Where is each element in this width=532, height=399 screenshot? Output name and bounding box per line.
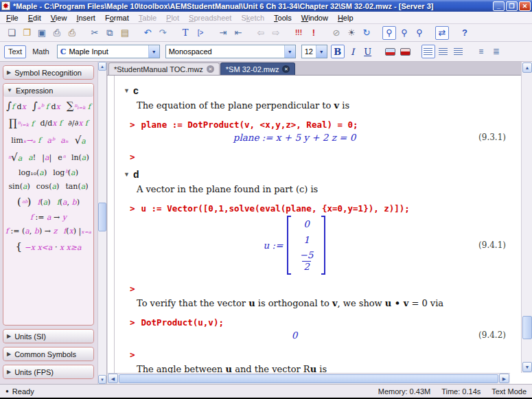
palette-item[interactable]: (ᵃᵇ) [17, 196, 31, 208]
palette-item[interactable]: logᵇ(a) [53, 168, 78, 177]
execute-icon[interactable]: ! [307, 26, 321, 40]
palette-item[interactable]: a! [28, 153, 36, 162]
zoom-out-icon[interactable]: ⚲ [382, 26, 396, 40]
interrupt-icon[interactable]: ⊘ [329, 26, 343, 40]
vscroll-thumb[interactable] [522, 316, 532, 339]
outdent-icon[interactable]: ⇤ [231, 26, 245, 40]
palette-item[interactable]: ln(a) [71, 153, 89, 162]
sidebar-scrollbar[interactable]: ▲ ▼ [97, 62, 106, 384]
palette-item[interactable]: sin(a) [8, 182, 30, 191]
palette-item[interactable]: f(x) |ₓ₌ₐ [63, 227, 91, 236]
print-preview-icon[interactable]: ⎙ [65, 26, 79, 40]
help-search-icon[interactable]: ? [458, 26, 472, 40]
undo-icon[interactable]: ↶ [141, 26, 154, 40]
scroll-down-icon[interactable]: ▼ [98, 375, 106, 384]
bold-button[interactable]: B [331, 45, 345, 58]
section-collapse-icon[interactable]: ▼ [124, 87, 130, 94]
input-code[interactable]: DotProduct(u,v); [141, 317, 224, 328]
menu-format[interactable]: Format [100, 12, 134, 23]
italic-button[interactable]: I [346, 45, 360, 58]
tab-close-icon[interactable]: ✕ [207, 65, 214, 73]
menu-insert[interactable]: Insert [71, 12, 100, 23]
sidebar-scroll-thumb[interactable] [98, 203, 106, 231]
insert-text-icon[interactable]: T [178, 26, 192, 40]
paragraph[interactable]: The angle between u and the vector Ru is [137, 364, 510, 373]
insert-maple-input-icon[interactable]: [> [194, 26, 207, 40]
underline-button[interactable]: U [361, 45, 375, 58]
palette-item[interactable]: log₁₀(a) [19, 168, 47, 177]
redo-icon[interactable]: ↷ [156, 26, 170, 40]
palette-header[interactable]: ▶Symbol Recognition [3, 66, 93, 79]
bullet-list-button[interactable]: ≡ [474, 45, 488, 58]
paragraph[interactable]: A vector in the plane found in part (c) … [137, 184, 510, 194]
horizontal-scrollbar[interactable]: ◀ ▶ [107, 373, 510, 384]
palette-item[interactable]: cos(a) [36, 182, 60, 191]
paragraph[interactable]: To verify that the vector u is orthogona… [137, 298, 510, 308]
toggle-markers-icon[interactable]: ⇄ [435, 26, 449, 40]
maple-input[interactable]: >DotProduct(u,v); [130, 317, 510, 328]
palette-item[interactable]: f(a, b) [57, 198, 80, 207]
save-icon[interactable]: ▣ [35, 26, 49, 40]
menu-view[interactable]: View [46, 12, 72, 23]
copy-icon[interactable]: ⧉ [103, 26, 117, 40]
menu-window[interactable]: Window [297, 12, 333, 23]
print-icon[interactable]: ⎙ [50, 26, 64, 40]
font-color-button[interactable] [384, 45, 397, 58]
tab-sm-32-02[interactable]: *SM 32-02.mwz✕ [220, 62, 296, 75]
align-right-button[interactable] [452, 45, 465, 58]
palette-item[interactable]: ∫f dx [6, 100, 26, 112]
palette-item[interactable]: aₙ [60, 136, 68, 145]
cut-icon[interactable]: ✂ [88, 26, 102, 40]
palette-item[interactable]: ⁿ√a [8, 151, 22, 163]
menu-file[interactable]: File [1, 12, 23, 23]
paragraph[interactable]: The equation of the plane perpendicular … [137, 100, 510, 111]
palette-header[interactable]: ▶Units (SI) [3, 330, 93, 343]
maple-input[interactable]: >u := Vector([0,1,solve(eval(plane, {x=0… [130, 203, 510, 214]
input-code[interactable]: plane := DotProduct(v, <x,y,z>, Real) = … [141, 119, 358, 130]
font-family-select[interactable]: Monospaced ▼ [165, 45, 296, 58]
palette-item[interactable]: √a [75, 134, 86, 146]
palette-item[interactable]: ∫ₐᵇ f dx [32, 100, 60, 112]
highlight-color-button[interactable] [399, 45, 413, 58]
zoom-default-icon[interactable]: ⚲ [397, 26, 411, 40]
indent-icon[interactable]: ⇥ [216, 26, 230, 40]
text-mode-button[interactable]: Text [4, 45, 26, 58]
palette-item[interactable]: aᵇ [47, 136, 54, 145]
chevron-down-icon[interactable]: ▼ [284, 45, 295, 58]
palette-item[interactable]: ∂/∂x f [68, 119, 88, 128]
zoom-in-icon[interactable]: ⚲ [413, 26, 426, 40]
tab-studentmanual-toc[interactable]: *StudentManual TOC.mwz✕ [108, 62, 220, 75]
paragraph-style-select[interactable]: CMaple Input ▼ [57, 45, 160, 58]
palette-item[interactable]: tan(a) [65, 182, 88, 191]
palette-item[interactable]: d/dx f [40, 119, 62, 128]
palette-item[interactable]: eᵃ [58, 153, 65, 162]
palette-item[interactable]: { −x x<a · x x≥a [15, 240, 81, 253]
worksheet[interactable]: ▼cThe equation of the plane perpendicula… [107, 76, 510, 373]
palette-header[interactable]: ▶Units (FPS) [3, 365, 93, 378]
palette-item[interactable]: f := a → y [30, 213, 67, 222]
vertical-scrollbar[interactable]: ▲ ▼ [521, 62, 532, 373]
palette-item[interactable]: f(a) [37, 198, 50, 207]
palette-header[interactable]: ▼Expression [3, 84, 93, 97]
font-size-select[interactable]: 12 ▼ [301, 45, 327, 58]
scroll-left-icon[interactable]: ◀ [108, 374, 118, 383]
section-collapse-icon[interactable]: ▼ [124, 171, 130, 178]
numbered-list-button[interactable]: ≣ [489, 45, 503, 58]
chevron-down-icon[interactable]: ▼ [316, 45, 327, 58]
math-mode-button[interactable]: Math [29, 45, 52, 58]
scroll-down-icon[interactable]: ▼ [522, 362, 532, 372]
new-document-icon[interactable]: ❏ [5, 26, 19, 40]
status-mode[interactable]: Text Mode [491, 387, 527, 396]
restart-icon[interactable]: ↻ [360, 26, 373, 40]
open-folder-icon[interactable]: ❐ [20, 26, 34, 40]
debug-icon[interactable]: ☀ [345, 26, 358, 40]
palette-item[interactable]: |a| [42, 153, 51, 162]
execute-all-icon[interactable]: !!! [292, 26, 305, 40]
menu-tools[interactable]: Tools [269, 12, 297, 23]
empty-input-prompt[interactable]: > [130, 284, 510, 294]
menu-help[interactable]: Help [333, 12, 358, 23]
hscroll-thumb[interactable] [119, 374, 498, 383]
palette-header[interactable]: ▶Common Symbols [3, 347, 93, 361]
scroll-up-icon[interactable]: ▲ [522, 62, 532, 73]
empty-input-prompt[interactable]: > [130, 350, 510, 360]
